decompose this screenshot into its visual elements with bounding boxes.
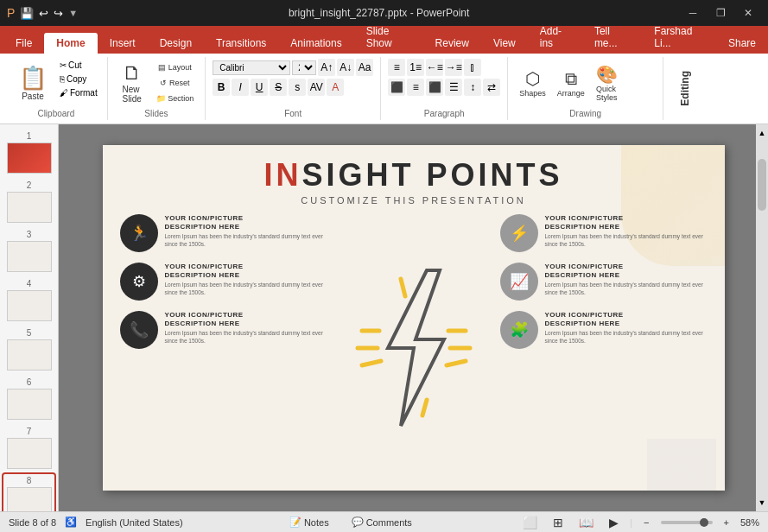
comments-button[interactable]: 💬 Comments [347, 516, 416, 529]
italic-button[interactable]: I [232, 79, 249, 96]
notes-button[interactable]: 📝 Notes [285, 516, 333, 529]
undo-icon[interactable]: ↩ [39, 7, 48, 20]
tab-tell-me[interactable]: Tell me... [582, 21, 642, 54]
align-right-button[interactable]: ⬛ [426, 79, 443, 96]
clear-format-button[interactable]: Aa [356, 59, 373, 76]
restore-button[interactable]: ❐ [708, 4, 733, 22]
line-spacing-button[interactable]: ↕ [464, 79, 481, 96]
zoom-slider[interactable] [661, 521, 713, 524]
increase-indent-button[interactable]: →≡ [445, 59, 462, 76]
align-left-button[interactable]: ⬛ [388, 79, 405, 96]
bullets-button[interactable]: ≡ [388, 59, 405, 76]
insight-title-6: YOUR ICON/PICTUREDESCRIPTION HERE [545, 311, 708, 327]
slide-thumb-2[interactable]: 2 [3, 179, 54, 225]
customize-icon[interactable]: ▼ [68, 8, 78, 18]
bold-button[interactable]: B [213, 79, 230, 96]
main-area: 1 2 3 4 5 6 7 8 [0, 124, 768, 511]
drawing-label: Drawing [515, 107, 656, 118]
slide-show-button[interactable]: ▶ [605, 515, 623, 530]
cut-button[interactable]: ✂Cut [57, 59, 100, 72]
tab-design[interactable]: Design [148, 33, 204, 54]
tab-view[interactable]: View [481, 33, 528, 54]
tab-animations[interactable]: Animations [278, 33, 353, 54]
tab-user[interactable]: Farshad Li... [642, 21, 716, 54]
text-direction-button[interactable]: ⇄ [483, 79, 500, 96]
shadow-button[interactable]: s [289, 79, 306, 96]
separator: | [630, 517, 632, 528]
insight-desc-1: Lorem Ipsum has been the industry's stan… [165, 232, 327, 248]
tab-review[interactable]: Review [423, 33, 481, 54]
slides-panel: 1 2 3 4 5 6 7 8 [0, 124, 59, 511]
save-icon[interactable]: 💾 [20, 7, 34, 20]
strikethrough-button[interactable]: S [270, 79, 287, 96]
paragraph-label: Paragraph [388, 107, 500, 118]
font-size-select[interactable]: 24 [292, 60, 316, 75]
language-label: English (United States) [86, 517, 183, 528]
format-painter-button[interactable]: 🖌Format [57, 86, 100, 99]
slide-container[interactable]: INSIGHT POINTS CUSTOMIZE THIS PRESENTATI… [103, 145, 725, 491]
minimize-button[interactable]: ─ [680, 4, 706, 22]
columns-button[interactable]: ⫿ [464, 59, 481, 76]
vertical-scrollbar[interactable]: ▲ ▼ [756, 124, 768, 511]
slide-thumb-4[interactable]: 4 [3, 277, 54, 323]
slide-thumb-3[interactable]: 3 [3, 228, 54, 274]
insight-text-3: YOUR ICON/PICTUREDESCRIPTION HERE Lorem … [165, 311, 327, 345]
slide-left-column: 🏃 YOUR ICON/PICTUREDESCRIPTION HERE Lore… [120, 214, 327, 482]
quick-styles-button[interactable]: 🎨 QuickStyles [592, 61, 622, 104]
scroll-down-button[interactable]: ▼ [756, 494, 768, 511]
slide-thumb-1[interactable]: 1 [3, 130, 54, 175]
insight-title-2: YOUR ICON/PICTUREDESCRIPTION HERE [165, 263, 327, 279]
reset-button[interactable]: ↺ Reset [152, 76, 199, 90]
normal-view-button[interactable]: ⬜ [518, 515, 542, 530]
ribbon-tabs: File Home Insert Design Transitions Anim… [0, 26, 768, 54]
status-bar: Slide 8 of 8 ♿ English (United States) 📝… [0, 511, 768, 532]
arrange-button[interactable]: ⧉ Arrange [553, 66, 589, 100]
zoom-handle[interactable] [700, 518, 708, 527]
layout-button[interactable]: ▤ Layout [152, 60, 199, 74]
font-family-select[interactable]: Calibri [213, 60, 290, 75]
font-color-button[interactable]: A [327, 79, 344, 96]
decrease-font-button[interactable]: A↓ [337, 59, 354, 76]
copy-button[interactable]: ⎘Copy [57, 73, 100, 86]
reading-view-button[interactable]: 📖 [574, 515, 598, 530]
close-button[interactable]: ✕ [735, 4, 761, 22]
tab-transitions[interactable]: Transitions [204, 33, 278, 54]
tab-add-ins[interactable]: Add-ins [528, 21, 582, 54]
underline-button[interactable]: U [251, 79, 268, 96]
tab-file[interactable]: File [3, 33, 44, 54]
redo-icon[interactable]: ↪ [54, 7, 63, 20]
scroll-thumb[interactable] [758, 159, 766, 211]
slide-thumb-6[interactable]: 6 [3, 376, 54, 421]
slide-thumb-7[interactable]: 7 [3, 425, 54, 471]
paste-button[interactable]: 📋 Paste [12, 59, 54, 107]
insight-item-4: ⚡ YOUR ICON/PICTUREDESCRIPTION HERE Lore… [500, 214, 708, 252]
insight-item-1: 🏃 YOUR ICON/PICTUREDESCRIPTION HERE Lore… [120, 214, 327, 252]
char-spacing-button[interactable]: AV [308, 79, 325, 96]
numbering-button[interactable]: 1≡ [407, 59, 424, 76]
zoom-out-button[interactable]: − [639, 516, 653, 529]
decrease-indent-button[interactable]: ←≡ [426, 59, 443, 76]
shapes-button[interactable]: ⬡ Shapes [515, 66, 550, 100]
align-center-button[interactable]: ≡ [407, 79, 424, 96]
paste-icon: 📋 [19, 65, 47, 92]
increase-font-button[interactable]: A↑ [318, 59, 335, 76]
zoom-in-button[interactable]: + [720, 516, 733, 529]
slide-sorter-button[interactable]: ⊞ [549, 515, 568, 530]
alignment-row: ⬛ ≡ ⬛ ☰ ↕ ⇄ [388, 79, 500, 96]
section-button[interactable]: 📁 Section [152, 92, 199, 105]
slide-thumb-8[interactable]: 8 [3, 474, 54, 511]
scroll-up-button[interactable]: ▲ [756, 124, 768, 142]
slide-thumb-5[interactable]: 5 [3, 326, 54, 372]
tab-insert[interactable]: Insert [98, 33, 148, 54]
slide-preview-2 [7, 192, 52, 223]
insight-icon-5: 📈 [500, 263, 538, 301]
justify-button[interactable]: ☰ [445, 79, 462, 96]
tab-slide-show[interactable]: Slide Show [354, 21, 423, 54]
tab-share[interactable]: Share [716, 33, 768, 54]
tab-home[interactable]: Home [44, 33, 97, 54]
new-slide-button[interactable]: 🗋 NewSlide [115, 59, 149, 107]
zoom-level: 58% [740, 517, 759, 528]
insight-desc-4: Lorem Ipsum has been the industry's stan… [545, 232, 708, 248]
insight-item-2: ⚙ YOUR ICON/PICTUREDESCRIPTION HERE Lore… [120, 263, 327, 301]
svg-line-6 [447, 361, 466, 365]
